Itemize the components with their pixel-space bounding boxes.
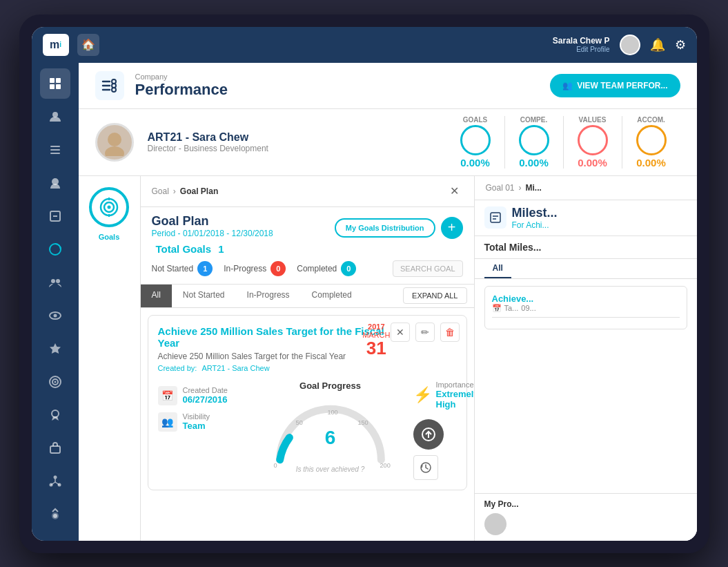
page-header: Company Performance 👥 VIEW TEAM PERFOR..…: [79, 63, 697, 109]
delete-goal-button[interactable]: 🗑: [440, 323, 460, 342]
period-value: 01/01/2018 - 12/30/2018: [183, 229, 273, 238]
goal-date-year: 2017: [362, 323, 390, 331]
total-goals-bar: Total Goals 1 Not Started 1 In-Progress: [141, 239, 474, 285]
add-goal-button[interactable]: +: [441, 217, 463, 239]
logo-area: mi: [43, 34, 69, 56]
calendar-small-icon: 📅: [492, 304, 502, 313]
page-title: Performance: [135, 81, 228, 99]
visibility-value: Team: [183, 421, 210, 431]
tab-completed[interactable]: Completed: [301, 285, 363, 307]
goal-date-day: 31: [362, 339, 390, 357]
top-bar: mi 🏠 Sarala Chew P Edit Profile 🔔 ⚙: [32, 27, 697, 63]
header-icon: [95, 71, 124, 100]
metric-compe-circle: [519, 125, 549, 155]
visibility-text: Visibility Team: [183, 412, 210, 431]
tab-all[interactable]: All: [141, 285, 172, 307]
notification-icon[interactable]: 🔔: [650, 37, 665, 52]
importance-icon: ⚡: [413, 386, 432, 404]
history-icon: [420, 461, 432, 474]
sidebar: [32, 63, 79, 541]
metric-compe-value: 0.00%: [519, 157, 549, 169]
view-team-label: VIEW TEAM PERFOR...: [577, 81, 667, 90]
in-progress-badge: 0: [270, 261, 286, 276]
goals-icon-area: Goals: [89, 187, 129, 241]
goal-card: ✕ ✏ 🗑 2017 MARCH 31 Ach: [148, 315, 467, 490]
sidebar-icon-user[interactable]: [40, 168, 70, 198]
milestone-icon-box: [484, 206, 506, 229]
close-goal-button[interactable]: ✕: [391, 323, 410, 342]
svg-point-21: [53, 475, 57, 479]
sidebar-icon-org[interactable]: [40, 466, 70, 497]
view-team-button[interactable]: 👥 VIEW TEAM PERFOR...: [550, 74, 680, 97]
tab-in-progress[interactable]: In-Progress: [236, 285, 301, 307]
goal-history-button[interactable]: [413, 455, 438, 480]
svg-rect-20: [50, 446, 60, 453]
sidebar-icon-bottom[interactable]: [40, 499, 70, 530]
metric-compe: COMPE. 0.00%: [505, 116, 564, 169]
employee-info: ART21 - Sara Chew Director - Business De…: [148, 131, 268, 153]
target-svg: [99, 197, 119, 218]
sidebar-icon-target[interactable]: [40, 367, 70, 397]
svg-text:150: 150: [357, 419, 368, 426]
goals-target-icon: [89, 187, 129, 227]
user-edit-link[interactable]: Edit Profile: [553, 46, 610, 53]
breadcrumb-goal: Goal: [152, 186, 169, 196]
expand-all-button[interactable]: EXPAND ALL: [403, 287, 466, 304]
metric-accom-label: ACCOM.: [636, 116, 667, 124]
metric-goals-value: 0.00%: [460, 157, 491, 169]
home-button[interactable]: 🏠: [77, 34, 99, 56]
main-layout: Company Performance 👥 VIEW TEAM PERFOR..…: [32, 63, 697, 541]
sidebar-icon-placeholder1[interactable]: [40, 201, 70, 231]
milestone-tabs: All: [475, 259, 697, 279]
svg-point-35: [108, 133, 121, 146]
svg-point-36: [105, 146, 124, 156]
sidebar-icon-team2[interactable]: [40, 267, 70, 298]
milestone-content: Achieve... 📅 Ta... 09...: [475, 279, 697, 493]
sidebar-icon-list[interactable]: [40, 135, 70, 165]
search-goal-input[interactable]: SEARCH GOAL: [393, 260, 462, 277]
sidebar-icon-award[interactable]: [40, 400, 70, 430]
sidebar-icon-star[interactable]: [40, 334, 70, 364]
importance-value: Extremely High: [436, 389, 474, 410]
employee-avatar-img: [101, 128, 128, 156]
header-breadcrumb: Company: [135, 73, 228, 81]
goals-sidebar: Goals: [79, 176, 141, 541]
panel-close-button[interactable]: ✕: [446, 183, 463, 200]
completed-badge: 0: [341, 261, 356, 276]
sidebar-icon-briefcase[interactable]: [40, 433, 70, 463]
milestone-icon: [489, 211, 502, 224]
created-date-text: Created Date 06/27/2016: [183, 386, 228, 405]
milestone-breadcrumb-mi: Mi...: [526, 183, 542, 193]
goal-action-circle-button[interactable]: [413, 419, 444, 450]
milestone-breadcrumb-path: Goal 01 › Mi...: [486, 183, 542, 193]
gauge-value: 6: [325, 427, 336, 449]
sidebar-icon-eye[interactable]: [40, 300, 70, 331]
settings-icon[interactable]: ⚙: [675, 37, 686, 52]
svg-rect-6: [50, 149, 60, 151]
goal-plan-actions: My Goals Distribution +: [335, 217, 463, 239]
panel-area: Goals Goal › Goal Plan ✕: [79, 176, 697, 541]
status-not-started: Not Started 1: [152, 261, 213, 276]
my-goals-distribution-button[interactable]: My Goals Distribution: [335, 218, 435, 238]
milestone-date-value: 09...: [521, 304, 535, 312]
milestone-title-text: Milest... For Achi...: [512, 206, 558, 230]
employee-avatar: [95, 123, 134, 162]
total-goals-title: Total Goals 1: [152, 243, 463, 255]
sidebar-icon-dashboard[interactable]: [40, 68, 70, 99]
sidebar-icon-people[interactable]: [40, 102, 70, 132]
milestone-tab-all[interactable]: All: [484, 259, 511, 278]
milestone-total-label: Total Miles...: [475, 236, 697, 259]
edit-goal-button[interactable]: ✏: [415, 323, 435, 342]
my-progress-avatar: [484, 513, 506, 535]
header-text: Company Performance: [135, 73, 228, 99]
breadcrumb-chevron: ›: [173, 186, 176, 196]
milestone-title-row: Milest... For Achi...: [484, 206, 687, 230]
tab-not-started[interactable]: Not Started: [172, 285, 236, 307]
metric-values: VALUES 0.00%: [564, 116, 622, 169]
importance-item: ⚡ Importance: Extremely High: [413, 381, 474, 410]
sidebar-icon-chart[interactable]: [40, 234, 70, 265]
avatar[interactable]: [620, 35, 640, 55]
goal-meta-area: 📅 Created Date 06/27/2016 👥: [158, 386, 248, 432]
total-goals-count: 1: [218, 243, 224, 255]
goal-creator-link[interactable]: ART21 - Sara Chew: [201, 364, 269, 372]
